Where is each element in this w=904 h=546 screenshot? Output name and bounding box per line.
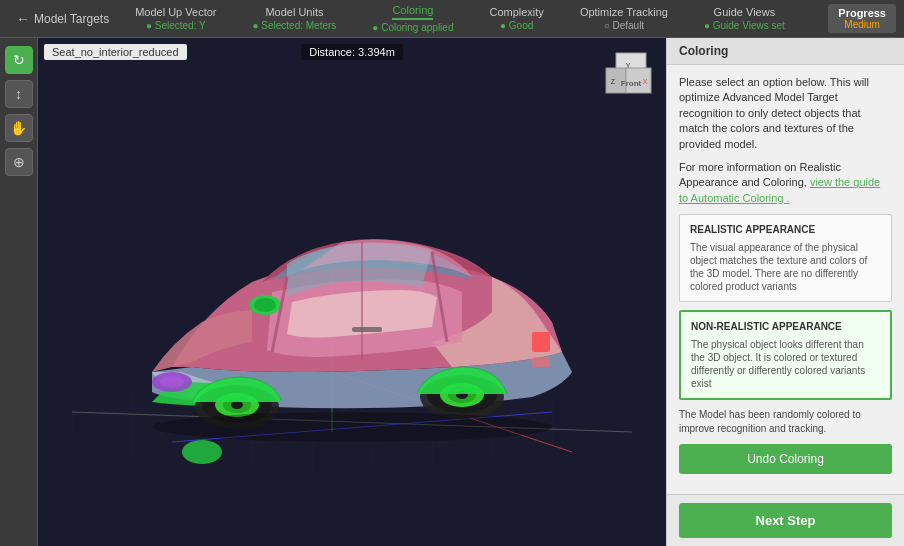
pan-tool-button[interactable]: ↕ bbox=[5, 80, 33, 108]
panel-description-1: Please select an option below. This will… bbox=[679, 75, 892, 152]
step-label-guide-views: Guide Views bbox=[714, 6, 776, 18]
svg-point-25 bbox=[160, 376, 184, 388]
svg-rect-28 bbox=[532, 357, 550, 367]
grab-tool-button[interactable]: ✋ bbox=[5, 114, 33, 142]
main-area: ↻ ↕ ✋ ⊕ Seat_no_interior_reduced Distanc… bbox=[0, 38, 904, 546]
progress-value: Medium bbox=[844, 19, 880, 30]
random-color-note: The Model has been randomly colored to i… bbox=[679, 408, 892, 436]
next-step-button[interactable]: Next Step bbox=[679, 503, 892, 538]
progress-label: Progress bbox=[838, 7, 886, 19]
non-realistic-appearance-option[interactable]: NON-REALISTIC APPEARANCE The physical ob… bbox=[679, 310, 892, 400]
step-label-model-up-vector: Model Up Vector bbox=[135, 6, 216, 18]
right-panel: Coloring Please select an option below. … bbox=[666, 38, 904, 546]
3d-viewport[interactable]: Seat_no_interior_reduced Distance: 3.394… bbox=[38, 38, 666, 546]
svg-point-33 bbox=[152, 412, 552, 442]
realistic-appearance-option[interactable]: REALISTIC APPEARANCE The visual appearan… bbox=[679, 214, 892, 302]
rotate-tool-button[interactable]: ↻ bbox=[5, 46, 33, 74]
nav-step-complexity[interactable]: Complexity Good bbox=[471, 6, 561, 31]
back-label: Model Targets bbox=[34, 12, 109, 26]
distance-label: Distance: 3.394m bbox=[301, 44, 403, 60]
realistic-appearance-desc: The visual appearance of the physical ob… bbox=[690, 241, 881, 293]
step-label-model-units: Model Units bbox=[265, 6, 323, 18]
svg-point-23 bbox=[254, 298, 276, 312]
svg-rect-27 bbox=[532, 332, 550, 352]
svg-point-26 bbox=[182, 440, 222, 464]
back-button[interactable]: ← Model Targets bbox=[8, 7, 117, 31]
nav-step-optimize-tracking[interactable]: Optimize Tracking Default bbox=[562, 6, 686, 31]
sidebar-tools: ↻ ↕ ✋ ⊕ bbox=[0, 38, 38, 546]
step-status-optimize-tracking: Default bbox=[604, 20, 645, 31]
panel-footer: Next Step bbox=[667, 494, 904, 546]
svg-rect-32 bbox=[352, 327, 382, 332]
nav-step-guide-views[interactable]: Guide Views Guide Views set bbox=[686, 6, 803, 31]
step-label-complexity: Complexity bbox=[489, 6, 543, 18]
model-name-label: Seat_no_interior_reduced bbox=[44, 44, 187, 60]
car-model-3d bbox=[58, 68, 646, 516]
panel-content: Please select an option below. This will… bbox=[667, 65, 904, 494]
nav-step-model-up-vector[interactable]: Model Up Vector Selected: Y bbox=[117, 6, 234, 31]
back-arrow-icon: ← bbox=[16, 11, 30, 27]
svg-point-16 bbox=[231, 401, 243, 409]
step-status-guide-views: Guide Views set bbox=[704, 20, 785, 31]
step-status-model-units: Selected: Meters bbox=[252, 20, 336, 31]
nav-step-model-units[interactable]: Model Units Selected: Meters bbox=[234, 6, 354, 31]
realistic-appearance-title: REALISTIC APPEARANCE bbox=[690, 223, 881, 237]
step-status-complexity: Good bbox=[500, 20, 533, 31]
step-label-optimize-tracking: Optimize Tracking bbox=[580, 6, 668, 18]
target-tool-button[interactable]: ⊕ bbox=[5, 148, 33, 176]
non-realistic-appearance-desc: The physical object looks different than… bbox=[691, 338, 880, 390]
undo-coloring-button[interactable]: Undo Coloring bbox=[679, 444, 892, 474]
progress-indicator: Progress Medium bbox=[828, 4, 896, 33]
panel-title: Coloring bbox=[667, 38, 904, 65]
panel-description-2: For more information on Realistic Appear… bbox=[679, 160, 892, 206]
nav-step-coloring[interactable]: Coloring Coloring applied bbox=[354, 4, 471, 33]
step-status-coloring: Coloring applied bbox=[372, 22, 453, 33]
step-status-model-up-vector: Selected: Y bbox=[146, 20, 206, 31]
step-label-coloring: Coloring bbox=[392, 4, 433, 20]
top-navigation: ← Model Targets Model Up Vector Selected… bbox=[0, 0, 904, 38]
non-realistic-appearance-title: NON-REALISTIC APPEARANCE bbox=[691, 320, 880, 334]
